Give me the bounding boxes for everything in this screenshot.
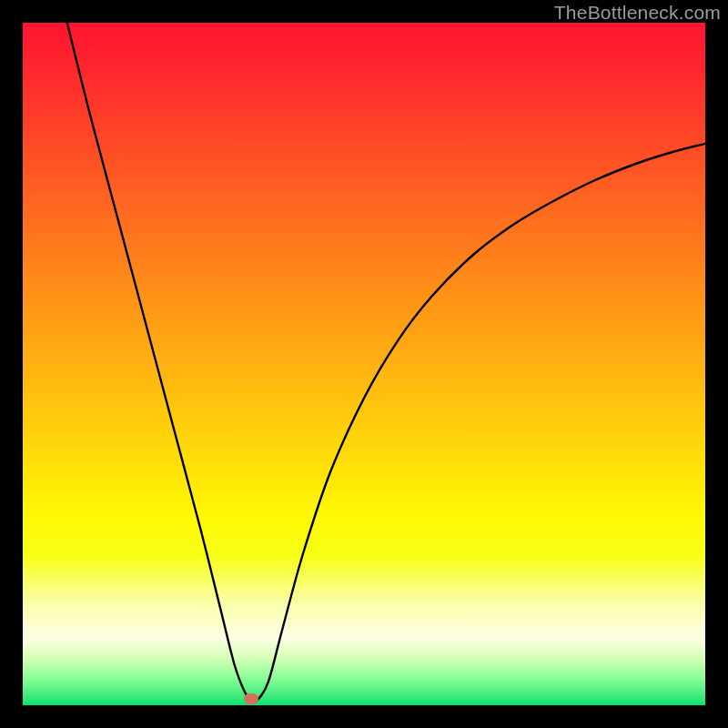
bottleneck-curve [67, 23, 705, 702]
chart-stage: TheBottleneck.com [0, 0, 728, 728]
curve-svg [23, 23, 705, 705]
watermark-text: TheBottleneck.com [554, 2, 721, 24]
minimum-marker [244, 693, 258, 704]
plot-area [23, 23, 705, 705]
